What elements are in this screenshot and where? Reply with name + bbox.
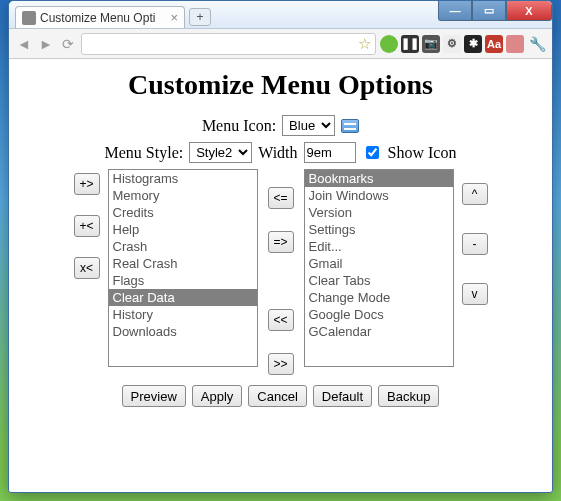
menu-icon-select[interactable]: Blue — [282, 115, 335, 136]
list-item[interactable]: Join Windows — [305, 187, 453, 204]
list-item[interactable]: Downloads — [109, 323, 257, 340]
page-title: Customize Menu Options — [39, 69, 522, 101]
selected-listbox[interactable]: BookmarksJoin WindowsVersionSettingsEdit… — [304, 169, 454, 367]
list-editor: +>+<x< HistogramsMemoryCreditsHelpCrashR… — [39, 169, 522, 375]
minimize-button[interactable]: — — [438, 1, 472, 21]
page-content: Customize Menu Options Menu Icon: Blue M… — [9, 59, 552, 417]
list-item[interactable]: Google Docs — [305, 306, 453, 323]
wrench-menu-icon[interactable]: 🔧 — [528, 35, 546, 53]
pause-icon[interactable]: ❚❚ — [401, 35, 419, 53]
transfer-button-1[interactable]: => — [268, 231, 294, 253]
reorder-button-0[interactable]: ^ — [462, 183, 488, 205]
list-item[interactable]: Help — [109, 221, 257, 238]
list-item[interactable]: Real Crash — [109, 255, 257, 272]
menu-style-label: Menu Style: — [105, 144, 184, 162]
action-button-1[interactable]: Apply — [192, 385, 243, 407]
maximize-button[interactable]: ▭ — [472, 1, 506, 21]
action-button-0[interactable]: Preview — [122, 385, 186, 407]
window-controls: — ▭ X — [438, 1, 552, 28]
left-side-buttons: +>+<x< — [72, 169, 102, 375]
back-button[interactable]: ◄ — [15, 35, 33, 53]
action-button-4[interactable]: Backup — [378, 385, 439, 407]
action-button-3[interactable]: Default — [313, 385, 372, 407]
reload-button[interactable]: ⟳ — [59, 35, 77, 53]
list-item[interactable]: Memory — [109, 187, 257, 204]
menu-icon-row: Menu Icon: Blue — [39, 115, 522, 136]
list-item[interactable]: Settings — [305, 221, 453, 238]
reorder-button-1[interactable]: - — [462, 233, 488, 255]
transfer-button-0[interactable]: <= — [268, 187, 294, 209]
list-item[interactable]: Clear Data — [109, 289, 257, 306]
available-listbox[interactable]: HistogramsMemoryCreditsHelpCrashReal Cra… — [108, 169, 258, 367]
forward-button[interactable]: ► — [37, 35, 55, 53]
tab-title: Customize Menu Opti — [40, 11, 155, 25]
gears-icon[interactable]: ⚙ — [443, 35, 461, 53]
left-side-button-1[interactable]: +< — [74, 215, 100, 237]
list-item[interactable]: Change Mode — [305, 289, 453, 306]
browser-tab[interactable]: Customize Menu Opti × — [15, 6, 185, 28]
transfer-buttons: <==><<>> — [264, 169, 298, 375]
transfer-button-2[interactable]: << — [268, 309, 294, 331]
show-icon-label: Show Icon — [388, 144, 457, 162]
browser-toolbar: ◄ ► ⟳ ☆ ❚❚📷⚙✱Aa 🔧 — [9, 29, 552, 59]
list-item[interactable]: Flags — [109, 272, 257, 289]
action-button-2[interactable]: Cancel — [248, 385, 306, 407]
aa-icon[interactable]: Aa — [485, 35, 503, 53]
browser-window: Customize Menu Opti × + — ▭ X ◄ ► ⟳ ☆ ❚❚… — [8, 0, 553, 493]
list-item[interactable]: Edit... — [305, 238, 453, 255]
camera-icon[interactable]: 📷 — [422, 35, 440, 53]
titlebar: Customize Menu Opti × + — ▭ X — [9, 1, 552, 29]
reorder-button-2[interactable]: v — [462, 283, 488, 305]
blank-icon[interactable] — [506, 35, 524, 53]
close-button[interactable]: X — [506, 1, 552, 21]
right-side-buttons: ^-v — [460, 169, 490, 375]
bookmark-star-icon[interactable]: ☆ — [358, 35, 371, 53]
extension-icons: ❚❚📷⚙✱Aa — [380, 35, 524, 53]
list-item[interactable]: Gmail — [305, 255, 453, 272]
menu-icon-label: Menu Icon: — [202, 117, 276, 135]
favicon-icon — [22, 11, 36, 25]
list-item[interactable]: GCalendar — [305, 323, 453, 340]
list-item[interactable]: Histograms — [109, 170, 257, 187]
address-bar[interactable]: ☆ — [81, 33, 376, 55]
transfer-button-3[interactable]: >> — [268, 353, 294, 375]
menu-style-row: Menu Style: Style2 Width Show Icon — [39, 142, 522, 163]
action-buttons: PreviewApplyCancelDefaultBackup — [39, 385, 522, 407]
list-item[interactable]: Bookmarks — [305, 170, 453, 187]
left-side-button-0[interactable]: +> — [74, 173, 100, 195]
list-item[interactable]: Credits — [109, 204, 257, 221]
width-input[interactable] — [304, 142, 356, 163]
green-dot-icon[interactable] — [380, 35, 398, 53]
list-item[interactable]: Crash — [109, 238, 257, 255]
asterisk-icon[interactable]: ✱ — [464, 35, 482, 53]
menu-icon-preview-icon — [341, 119, 359, 133]
list-item[interactable]: Version — [305, 204, 453, 221]
new-tab-button[interactable]: + — [189, 8, 211, 26]
tab-strip: Customize Menu Opti × + — [9, 1, 438, 28]
tab-close-icon[interactable]: × — [170, 11, 178, 24]
list-item[interactable]: Clear Tabs — [305, 272, 453, 289]
menu-style-select[interactable]: Style2 — [189, 142, 252, 163]
left-side-button-2[interactable]: x< — [74, 257, 100, 279]
show-icon-checkbox[interactable] — [366, 146, 379, 159]
width-label: Width — [258, 144, 297, 162]
list-item[interactable]: History — [109, 306, 257, 323]
